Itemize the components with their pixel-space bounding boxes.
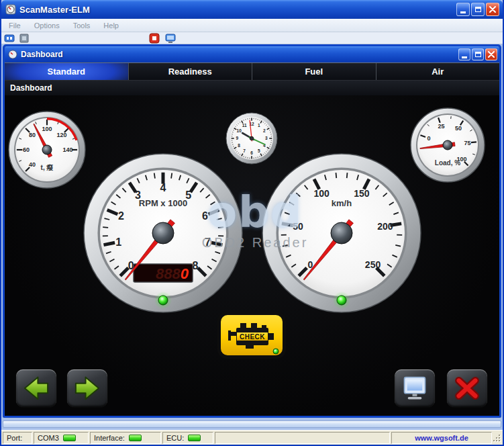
svg-text:8880: 8880 xyxy=(156,265,189,282)
window-title: ScanMaster-ELM xyxy=(19,5,455,15)
tab-bar: Standard Readiness Fuel Air xyxy=(5,62,499,81)
menu-file[interactable]: File xyxy=(4,20,26,31)
svg-text:3: 3 xyxy=(265,136,268,140)
svg-text:7: 7 xyxy=(243,148,246,153)
workspace: Dashboard Standard Readiness Fuel Air Da… xyxy=(1,44,503,430)
minimize-button[interactable] xyxy=(456,3,470,16)
red-x-icon xyxy=(451,373,483,403)
svg-text:10: 10 xyxy=(237,128,242,133)
arrow-left-icon xyxy=(19,373,53,403)
menu-options[interactable]: Options xyxy=(30,20,64,31)
svg-text:100: 100 xyxy=(42,126,52,132)
status-strip-bar xyxy=(3,420,501,428)
dashboard-panel: 012345678RPM x 10008880050100150200250km… xyxy=(5,95,499,416)
dashboard-window: Dashboard Standard Readiness Fuel Air Da… xyxy=(3,44,501,418)
status-bar: Port: COM3 Interface: ECU: www.wgsoft.de xyxy=(1,430,503,445)
dashboard-maximize-button[interactable] xyxy=(472,48,484,60)
svg-text:75: 75 xyxy=(464,140,471,146)
menu-bar: File Options Tools Help xyxy=(1,19,503,32)
svg-text:60: 60 xyxy=(23,146,30,153)
dashboard-titlebar: Dashboard xyxy=(5,46,499,62)
svg-text:6: 6 xyxy=(202,210,208,222)
gauges-canvas: 012345678RPM x 10008880050100150200250km… xyxy=(5,95,499,416)
svg-text:250: 250 xyxy=(365,259,381,270)
stop-icon[interactable] xyxy=(149,33,160,44)
tab-air[interactable]: Air xyxy=(376,63,500,80)
resize-grip[interactable] xyxy=(493,435,501,444)
svg-text:8: 8 xyxy=(238,143,240,148)
svg-text:150: 150 xyxy=(354,188,370,199)
dashboard-close-button[interactable] xyxy=(485,48,497,60)
dashboard-minimize-button[interactable] xyxy=(458,48,470,60)
rpm-gauge: 012345678RPM x 10008880 xyxy=(84,154,242,312)
dashboard-window-icon xyxy=(8,50,17,59)
speed-gauge: 050100150200250km/h xyxy=(262,154,421,312)
svg-text:0: 0 xyxy=(427,135,431,142)
svg-text:50: 50 xyxy=(455,125,462,132)
svg-text:9: 9 xyxy=(236,136,238,140)
svg-text:RPM x 1000: RPM x 1000 xyxy=(139,198,187,208)
interface-label: Interface: xyxy=(94,434,125,442)
svg-text:1: 1 xyxy=(115,236,121,248)
page-title: Dashboard xyxy=(5,81,499,95)
svg-text:7: 7 xyxy=(205,236,211,248)
svg-text:100: 100 xyxy=(313,188,330,199)
menu-help[interactable]: Help xyxy=(99,20,123,31)
svg-text:1: 1 xyxy=(258,123,260,128)
port-value: COM3 xyxy=(38,434,59,442)
monitor-icon xyxy=(398,373,432,404)
exit-button[interactable] xyxy=(447,369,487,407)
svg-text:6: 6 xyxy=(250,150,253,155)
display-icon[interactable] xyxy=(165,33,176,44)
svg-text:2: 2 xyxy=(263,128,266,133)
check-engine-label: CHECK xyxy=(240,333,265,341)
dashboard-title: Dashboard xyxy=(21,50,457,59)
arrow-right-icon xyxy=(70,373,104,403)
statusbar-spacer xyxy=(215,432,390,444)
website-panel: www.wgsoft.de xyxy=(391,432,492,444)
maximize-button[interactable] xyxy=(471,3,485,16)
prev-button[interactable] xyxy=(16,369,56,407)
connect-icon[interactable] xyxy=(4,33,15,44)
svg-text:25: 25 xyxy=(438,123,444,130)
svg-text:40: 40 xyxy=(29,161,36,168)
svg-text:120: 120 xyxy=(56,132,66,138)
display-button[interactable] xyxy=(395,369,435,407)
maximize-icon xyxy=(475,7,481,12)
svg-text:2: 2 xyxy=(118,210,124,222)
port-label: Port: xyxy=(7,434,22,442)
tab-fuel[interactable]: Fuel xyxy=(252,63,376,80)
maximize-icon xyxy=(475,52,481,57)
minimize-icon xyxy=(462,56,467,58)
svg-text:4: 4 xyxy=(160,182,166,193)
menu-tools[interactable]: Tools xyxy=(68,20,95,31)
svg-text:200: 200 xyxy=(377,221,393,232)
website-link[interactable]: www.wgsoft.de xyxy=(415,434,468,442)
clock: 121234567891011 xyxy=(226,113,277,164)
svg-text:Load, %: Load, % xyxy=(435,159,460,167)
svg-text:km/h: km/h xyxy=(332,198,352,208)
check-engine-icon: CHECK xyxy=(216,310,287,360)
check-engine-indicator: CHECK xyxy=(216,310,287,360)
board-icon[interactable] xyxy=(19,33,30,44)
port-value-panel: COM3 xyxy=(34,432,89,444)
svg-text:5: 5 xyxy=(258,148,260,153)
close-button[interactable] xyxy=(486,3,499,16)
tab-standard[interactable]: Standard xyxy=(5,63,129,80)
bottom-strip xyxy=(1,418,503,430)
svg-text:8: 8 xyxy=(192,260,198,271)
interface-status-led xyxy=(129,435,142,441)
load-gauge: 0255075100Load, % xyxy=(411,108,485,182)
svg-text:11: 11 xyxy=(242,123,247,128)
next-button[interactable] xyxy=(67,369,107,407)
close-icon xyxy=(488,51,495,58)
app-icon xyxy=(5,4,16,15)
port-label-panel: Port: xyxy=(3,432,32,444)
svg-text:50: 50 xyxy=(293,221,303,232)
interface-panel: Interface: xyxy=(90,432,161,444)
ecu-panel: ECU: xyxy=(162,432,213,444)
main-window: ScanMaster-ELM File Options Tools Help xyxy=(0,0,504,446)
ecu-label: ECU: xyxy=(166,434,184,442)
tab-readiness[interactable]: Readiness xyxy=(129,63,253,80)
svg-text:140: 140 xyxy=(63,146,73,153)
